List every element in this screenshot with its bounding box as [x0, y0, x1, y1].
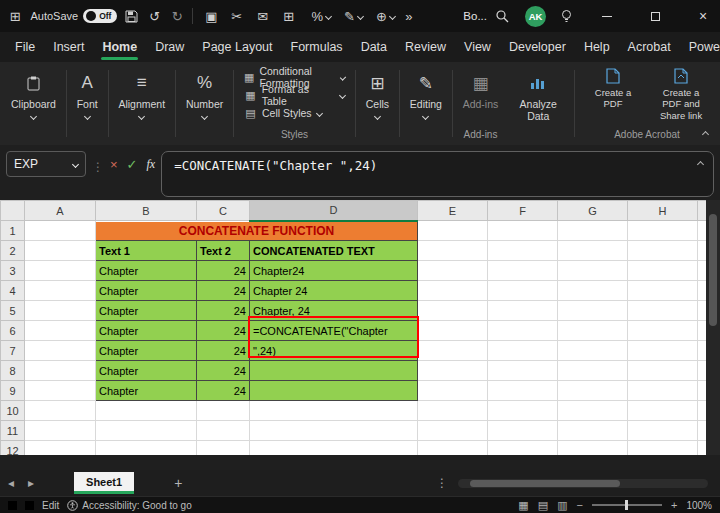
cell[interactable] — [558, 341, 628, 361]
cell[interactable] — [558, 221, 628, 241]
cell[interactable] — [418, 301, 488, 321]
cell[interactable] — [628, 281, 698, 301]
row-header[interactable]: 10 — [1, 401, 25, 421]
zoom-level[interactable]: 100% — [686, 500, 712, 511]
cell-text1-header[interactable]: Text 1 — [96, 241, 197, 261]
cell[interactable] — [25, 281, 96, 301]
cell[interactable] — [628, 421, 698, 441]
table-icon[interactable]: ⊞ — [283, 9, 299, 24]
cell[interactable] — [698, 441, 707, 456]
tab-draw[interactable]: Draw — [146, 34, 193, 60]
cell[interactable] — [418, 321, 488, 341]
vertical-scrollbar-thumb[interactable] — [709, 214, 717, 326]
cell-chapter[interactable]: Chapter — [96, 261, 197, 281]
format-as-table-button[interactable]: ▦ Format as Table — [244, 86, 345, 104]
cell-chapter[interactable]: Chapter — [96, 301, 197, 321]
row-header[interactable]: 12 — [1, 441, 25, 456]
cell-formula-line1[interactable]: =CONCATENATE("Chapter — [250, 321, 418, 341]
cell[interactable] — [418, 261, 488, 281]
add-sheet-icon[interactable]: + — [174, 475, 182, 491]
cell[interactable] — [698, 321, 707, 341]
name-box[interactable]: EXP — [6, 151, 86, 177]
tab-power-pivot[interactable]: Power Pivot — [680, 34, 720, 60]
cell[interactable] — [197, 421, 250, 441]
cell[interactable] — [25, 361, 96, 381]
app-launcher-icon[interactable]: ⊞ — [8, 9, 22, 24]
cell[interactable] — [25, 401, 96, 421]
create-pdf-button[interactable]: Create a PDF — [584, 68, 642, 121]
cancel-icon[interactable]: × — [110, 157, 118, 172]
column-header-e[interactable]: E — [418, 201, 488, 221]
sheet-options-icon[interactable]: ⋮ — [436, 476, 448, 490]
format-painter-button[interactable]: ✎ — [341, 9, 363, 24]
clipboard-group-button[interactable]: Clipboard — [4, 62, 63, 145]
cell[interactable] — [558, 241, 628, 261]
cell[interactable] — [250, 401, 418, 421]
cell-styles-button[interactable]: ▤ Cell Styles — [244, 104, 322, 122]
cell-chapter[interactable]: Chapter — [96, 341, 197, 361]
cell[interactable] — [25, 341, 96, 361]
insert-function-icon[interactable]: fx — [147, 157, 156, 172]
cell[interactable] — [558, 321, 628, 341]
cell[interactable] — [558, 301, 628, 321]
cell[interactable] — [628, 221, 698, 241]
row-header[interactable]: 7 — [1, 341, 25, 361]
cell[interactable] — [698, 221, 707, 241]
cell-result-1[interactable]: Chapter24 — [250, 261, 418, 281]
cell-title[interactable]: CONCATENATE FUNCTION — [96, 221, 418, 241]
cell[interactable] — [698, 341, 707, 361]
column-header-sliver[interactable] — [698, 201, 707, 221]
row-header[interactable]: 9 — [1, 381, 25, 401]
cell[interactable] — [628, 321, 698, 341]
row-header[interactable]: 2 — [1, 241, 25, 261]
tab-acrobat[interactable]: Acrobat — [619, 34, 680, 60]
cell[interactable] — [488, 221, 558, 241]
tab-view[interactable]: View — [455, 34, 500, 60]
cell[interactable] — [250, 421, 418, 441]
cell-result-2[interactable]: Chapter 24 — [250, 281, 418, 301]
normal-view-icon[interactable]: ▦ — [518, 499, 528, 512]
close-button[interactable]: × — [686, 0, 720, 32]
row-header[interactable]: 3 — [1, 261, 25, 281]
cell[interactable] — [418, 361, 488, 381]
mail-icon[interactable]: ✉ — [257, 9, 273, 24]
cut-icon[interactable]: ✂ — [231, 9, 247, 24]
cell-24[interactable]: 24 — [197, 281, 250, 301]
cell[interactable] — [488, 381, 558, 401]
cell[interactable] — [25, 221, 96, 241]
cell[interactable] — [558, 361, 628, 381]
cell[interactable] — [96, 421, 197, 441]
undo-icon[interactable]: ↺ — [148, 9, 162, 24]
row-header[interactable]: 11 — [1, 421, 25, 441]
cell[interactable] — [25, 421, 96, 441]
autosave-toggle[interactable]: AutoSave Off — [30, 9, 117, 23]
create-pdf-share-button[interactable]: Create a PDF and Share link — [652, 68, 710, 121]
cell[interactable] — [418, 401, 488, 421]
cell[interactable] — [698, 241, 707, 261]
collapse-formula-bar-icon[interactable] — [697, 161, 704, 168]
tab-file[interactable]: File — [6, 34, 44, 60]
cell[interactable] — [488, 241, 558, 261]
cell[interactable] — [698, 421, 707, 441]
alignment-group-button[interactable]: ≡ Alignment — [111, 62, 172, 145]
maximize-button[interactable] — [638, 0, 672, 32]
font-group-button[interactable]: A Font — [70, 62, 105, 145]
cell-empty-green[interactable] — [250, 361, 418, 381]
cell[interactable] — [197, 441, 250, 456]
row-header[interactable]: 8 — [1, 361, 25, 381]
row-header[interactable]: 4 — [1, 281, 25, 301]
tab-help[interactable]: Help — [575, 34, 619, 60]
cell[interactable] — [628, 261, 698, 281]
cell[interactable] — [698, 361, 707, 381]
column-header-f[interactable]: F — [488, 201, 558, 221]
cell[interactable] — [698, 381, 707, 401]
row-header[interactable]: 6 — [1, 321, 25, 341]
cell[interactable] — [698, 301, 707, 321]
cell-24[interactable]: 24 — [197, 381, 250, 401]
zoom-out-icon[interactable]: − — [577, 499, 583, 511]
insert-cells-button[interactable]: ⊕ — [373, 9, 395, 24]
cell[interactable] — [418, 281, 488, 301]
column-header-d[interactable]: D — [250, 201, 418, 221]
cell-24[interactable]: 24 — [197, 361, 250, 381]
zoom-slider-thumb[interactable] — [625, 500, 628, 510]
